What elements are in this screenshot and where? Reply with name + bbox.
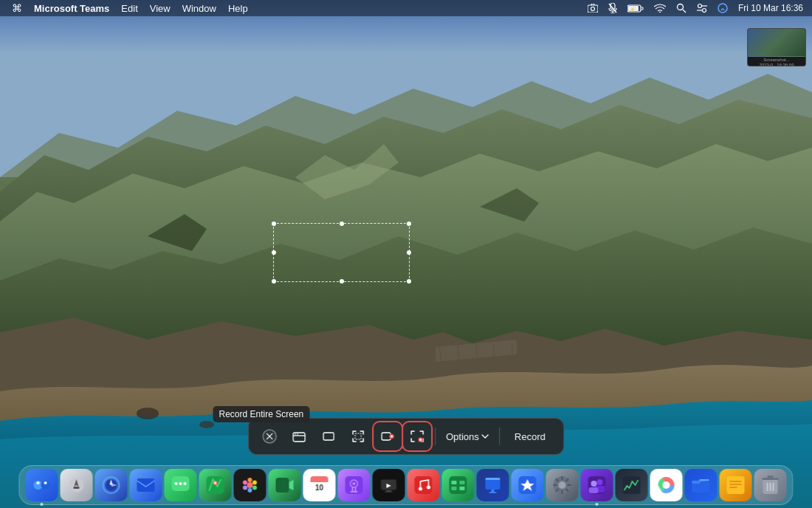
svg-point-53 — [252, 481, 257, 485]
svg-rect-74 — [415, 476, 433, 494]
record-screen-button[interactable] — [374, 423, 401, 450]
svg-point-1 — [137, 408, 159, 419]
datetime[interactable]: Fri 10 Mar 16:36 — [735, 3, 806, 13]
capture-window-noborder-button[interactable] — [315, 423, 342, 450]
dock-teams[interactable] — [581, 469, 613, 501]
dock-keynote[interactable] — [477, 469, 509, 501]
menu-help[interactable]: Help — [222, 3, 254, 14]
svg-point-106 — [664, 483, 669, 488]
svg-rect-85 — [489, 492, 497, 493]
dock-launchpad[interactable] — [61, 469, 93, 501]
svg-point-5 — [591, 7, 594, 11]
svg-rect-102 — [623, 476, 641, 494]
svg-rect-79 — [460, 481, 465, 484]
spotlight-icon[interactable] — [673, 3, 689, 13]
dock-stickies[interactable] — [720, 469, 752, 501]
svg-rect-101 — [589, 487, 599, 493]
close-button[interactable] — [256, 423, 283, 450]
dock-finder[interactable] — [26, 469, 58, 501]
camera-menubar-icon[interactable] — [585, 4, 601, 13]
apple-menu[interactable]: ⌘ — [6, 2, 28, 14]
dock-calendar[interactable]: 10 — [303, 469, 336, 501]
record-selection-button[interactable] — [404, 423, 430, 450]
svg-rect-45 — [175, 482, 178, 485]
svg-point-2 — [199, 421, 214, 428]
control-center-icon[interactable] — [694, 3, 710, 13]
svg-point-3 — [230, 414, 242, 420]
svg-point-32 — [390, 435, 393, 438]
svg-rect-84 — [492, 490, 495, 492]
screenshot-thumbnail[interactable]: Screenshot...2023-0...16:36:09 — [747, 28, 806, 66]
dock-activity-monitor[interactable] — [616, 469, 648, 501]
dock-app-store[interactable] — [512, 469, 544, 501]
menubar-right: ⚡ — [585, 3, 806, 13]
svg-rect-108 — [692, 481, 701, 484]
svg-point-65 — [353, 482, 356, 485]
svg-point-57 — [243, 481, 247, 485]
svg-rect-80 — [452, 487, 457, 490]
options-label: Options — [446, 431, 479, 442]
dock-photos[interactable] — [234, 469, 266, 501]
menu-window[interactable]: Window — [176, 3, 222, 14]
dock-trash[interactable] — [754, 469, 787, 501]
menu-edit[interactable]: Edit — [115, 3, 143, 14]
screenshot-toolbar: Options Record — [248, 418, 564, 455]
svg-rect-109 — [727, 476, 745, 494]
svg-rect-40 — [74, 487, 80, 489]
svg-rect-4 — [588, 5, 598, 13]
svg-text:10: 10 — [315, 484, 324, 492]
capture-window-button[interactable] — [286, 423, 312, 450]
svg-point-27 — [297, 433, 298, 435]
menubar: ⌘ Microsoft Teams Edit View Window Help — [0, 0, 812, 16]
dock-system-preferences[interactable] — [546, 469, 579, 501]
record-label: Record — [515, 431, 546, 442]
dock-podcasts[interactable] — [338, 469, 371, 501]
svg-rect-43 — [137, 478, 155, 492]
capture-selection-button[interactable] — [345, 423, 371, 450]
record-button[interactable]: Record — [504, 423, 556, 450]
handle-top-right[interactable] — [407, 222, 411, 226]
dock-mail[interactable] — [130, 469, 162, 501]
menubar-left: ⌘ Microsoft Teams Edit View Window Help — [6, 2, 254, 14]
svg-rect-115 — [768, 476, 774, 478]
dock-facetime[interactable] — [269, 469, 301, 501]
dock-chrome[interactable] — [650, 469, 683, 501]
battery-icon[interactable]: ⚡ — [625, 4, 647, 13]
svg-point-17 — [702, 9, 706, 13]
wifi-icon[interactable] — [651, 4, 669, 13]
svg-point-26 — [295, 433, 296, 435]
menu-view[interactable]: View — [144, 3, 176, 14]
svg-point-75 — [419, 487, 422, 491]
svg-point-37 — [37, 481, 40, 484]
dock-safari[interactable] — [95, 469, 128, 501]
svg-point-38 — [44, 481, 47, 484]
handle-bottom-middle[interactable] — [340, 279, 344, 284]
handle-middle-left[interactable] — [272, 250, 276, 255]
svg-text:▶: ▶ — [387, 482, 392, 489]
svg-point-51 — [247, 482, 253, 488]
svg-point-100 — [591, 481, 597, 487]
dock-messages[interactable] — [165, 469, 197, 501]
dock-maps[interactable] — [199, 469, 232, 501]
svg-line-15 — [683, 10, 686, 13]
handle-middle-right[interactable] — [407, 250, 411, 255]
screenshot-thumb-preview — [748, 29, 805, 57]
dock-music[interactable] — [407, 469, 440, 501]
dock-numbers[interactable] — [442, 469, 475, 501]
handle-top-middle[interactable] — [340, 222, 344, 226]
app-name[interactable]: Microsoft Teams — [28, 3, 115, 14]
svg-point-76 — [427, 486, 430, 490]
handle-bottom-right[interactable] — [407, 279, 411, 284]
options-button[interactable]: Options — [440, 423, 495, 450]
dock-files[interactable] — [685, 469, 718, 501]
selection-rectangle[interactable] — [273, 223, 410, 282]
svg-text:⚡: ⚡ — [630, 7, 636, 13]
handle-top-left[interactable] — [272, 222, 276, 226]
svg-rect-58 — [276, 478, 289, 492]
svg-point-56 — [243, 486, 247, 490]
svg-rect-77 — [450, 476, 467, 494]
mic-off-icon[interactable] — [605, 3, 620, 13]
siri-icon[interactable] — [715, 3, 731, 13]
handle-bottom-left[interactable] — [272, 279, 276, 284]
dock-apple-tv[interactable]: ▶ — [373, 469, 405, 501]
